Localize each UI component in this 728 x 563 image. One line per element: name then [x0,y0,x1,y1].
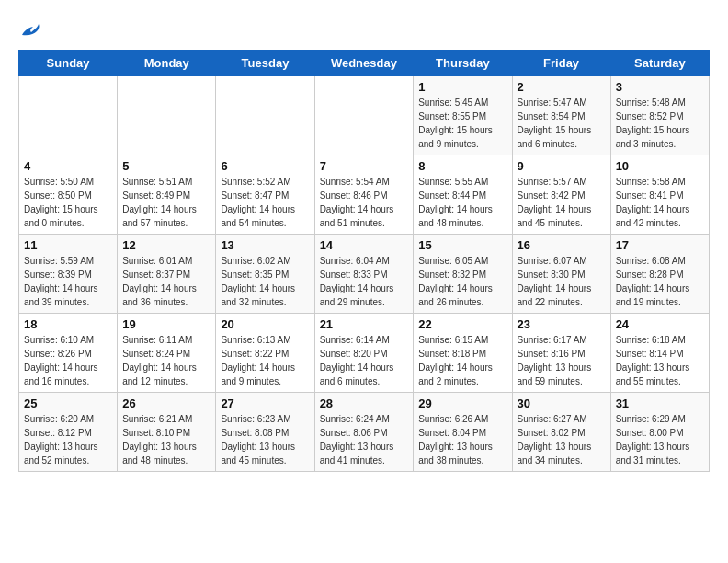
day-header-wednesday: Wednesday [314,51,414,76]
day-info: Sunrise: 5:48 AMSunset: 8:52 PMDaylight:… [616,96,704,151]
sunset-text: Sunset: 8:14 PM [616,349,684,359]
sunrise-text: Sunrise: 6:05 AM [418,256,488,266]
daylight-text: and 36 minutes. [122,297,188,307]
day-info: Sunrise: 5:55 AMSunset: 8:44 PMDaylight:… [418,175,506,230]
day-info: Sunrise: 6:05 AMSunset: 8:32 PMDaylight:… [418,254,506,309]
daylight-text: Daylight: 14 hours [616,204,690,214]
daylight-text: Daylight: 15 hours [24,204,98,214]
day-info: Sunrise: 6:26 AMSunset: 8:04 PMDaylight:… [418,412,506,467]
daylight-text: Daylight: 14 hours [518,204,592,214]
bird-icon [20,22,40,39]
calendar-cell: 6Sunrise: 5:52 AMSunset: 8:47 PMDaylight… [216,155,314,235]
daylight-text: Daylight: 14 hours [616,283,690,293]
day-number: 8 [418,159,506,173]
sunset-text: Sunset: 8:49 PM [122,190,190,201]
sunrise-text: Sunrise: 5:51 AM [122,177,192,187]
day-number: 19 [122,317,210,331]
day-number: 15 [418,238,506,252]
sunrise-text: Sunrise: 6:07 AM [518,256,587,266]
day-number: 28 [320,396,409,410]
calendar-cell: 29Sunrise: 6:26 AMSunset: 8:04 PMDayligh… [414,393,512,472]
day-info: Sunrise: 6:29 AMSunset: 8:00 PMDaylight:… [616,412,704,467]
day-number: 5 [122,159,210,173]
sunset-text: Sunset: 8:08 PM [221,428,289,438]
daylight-text: and 41 minutes. [320,455,385,465]
day-number: 4 [24,159,112,173]
day-info: Sunrise: 5:47 AMSunset: 8:54 PMDaylight:… [518,96,606,151]
sunset-text: Sunset: 8:18 PM [418,349,486,359]
day-info: Sunrise: 5:51 AMSunset: 8:49 PMDaylight:… [122,175,210,230]
daylight-text: Daylight: 15 hours [616,125,690,135]
calendar-cell: 14Sunrise: 6:04 AMSunset: 8:33 PMDayligh… [314,235,414,314]
sunset-text: Sunset: 8:10 PM [122,428,190,438]
daylight-text: Daylight: 15 hours [518,125,592,135]
daylight-text: and 9 minutes. [221,376,281,386]
sunset-text: Sunset: 8:20 PM [320,349,388,359]
daylight-text: and 55 minutes. [616,376,681,386]
day-number: 6 [221,159,309,173]
daylight-text: Daylight: 14 hours [320,283,394,293]
sunrise-text: Sunrise: 6:18 AM [616,335,686,345]
calendar-cell: 8Sunrise: 5:55 AMSunset: 8:44 PMDaylight… [414,155,512,235]
calendar-cell: 16Sunrise: 6:07 AMSunset: 8:30 PMDayligh… [512,235,610,314]
daylight-text: Daylight: 14 hours [418,362,493,373]
daylight-text: Daylight: 14 hours [221,204,295,214]
sunrise-text: Sunrise: 5:55 AM [418,177,488,187]
sunrise-text: Sunrise: 6:26 AM [418,414,488,424]
daylight-text: Daylight: 14 hours [418,204,493,214]
day-info: Sunrise: 5:59 AMSunset: 8:39 PMDaylight:… [24,254,112,309]
daylight-text: and 52 minutes. [24,455,89,465]
sunset-text: Sunset: 8:47 PM [221,190,289,201]
sunrise-text: Sunrise: 6:10 AM [24,335,94,345]
calendar-cell [118,76,216,155]
daylight-text: and 51 minutes. [320,218,385,228]
day-number: 20 [221,317,309,331]
sunset-text: Sunset: 8:02 PM [518,428,586,438]
day-number: 17 [616,238,704,252]
calendar-cell: 17Sunrise: 6:08 AMSunset: 8:28 PMDayligh… [610,235,709,314]
day-header-saturday: Saturday [610,51,709,76]
sunset-text: Sunset: 8:41 PM [616,190,684,201]
day-info: Sunrise: 5:50 AMSunset: 8:50 PMDaylight:… [24,175,112,230]
day-number: 14 [320,238,409,252]
day-number: 31 [616,396,704,410]
sunset-text: Sunset: 8:12 PM [24,428,92,438]
calendar-cell: 15Sunrise: 6:05 AMSunset: 8:32 PMDayligh… [414,235,512,314]
daylight-text: and 12 minutes. [122,376,188,386]
sunset-text: Sunset: 8:00 PM [616,428,684,438]
day-number: 11 [24,238,112,252]
sunset-text: Sunset: 8:52 PM [616,111,684,121]
daylight-text: and 45 minutes. [518,218,583,228]
daylight-text: Daylight: 15 hours [418,125,493,135]
day-number: 13 [221,238,309,252]
sunset-text: Sunset: 8:16 PM [518,349,586,359]
day-info: Sunrise: 6:15 AMSunset: 8:18 PMDaylight:… [418,333,506,388]
day-number: 29 [418,396,506,410]
sunrise-text: Sunrise: 5:47 AM [518,98,587,108]
sunrise-text: Sunrise: 5:57 AM [518,177,587,187]
sunset-text: Sunset: 8:04 PM [418,428,486,438]
day-number: 1 [418,80,506,94]
daylight-text: Daylight: 13 hours [518,362,592,373]
day-info: Sunrise: 6:20 AMSunset: 8:12 PMDaylight:… [24,412,112,467]
sunrise-text: Sunrise: 6:13 AM [221,335,290,345]
calendar-cell: 1Sunrise: 5:45 AMSunset: 8:55 PMDaylight… [414,76,512,155]
calendar-cell: 25Sunrise: 6:20 AMSunset: 8:12 PMDayligh… [19,393,118,472]
calendar-cell: 27Sunrise: 6:23 AMSunset: 8:08 PMDayligh… [216,393,314,472]
day-number: 30 [518,396,606,410]
day-info: Sunrise: 6:04 AMSunset: 8:33 PMDaylight:… [320,254,409,309]
daylight-text: Daylight: 14 hours [24,362,98,373]
calendar-cell: 2Sunrise: 5:47 AMSunset: 8:54 PMDaylight… [512,76,610,155]
calendar-cell: 7Sunrise: 5:54 AMSunset: 8:46 PMDaylight… [314,155,414,235]
day-header-sunday: Sunday [19,51,118,76]
sunrise-text: Sunrise: 5:52 AM [221,177,290,187]
daylight-text: Daylight: 13 hours [320,442,394,452]
daylight-text: Daylight: 14 hours [221,362,295,373]
daylight-text: and 9 minutes. [418,139,479,149]
day-number: 9 [518,159,606,173]
daylight-text: Daylight: 14 hours [320,362,394,373]
day-header-friday: Friday [512,51,610,76]
sunset-text: Sunset: 8:54 PM [518,111,586,121]
day-number: 27 [221,396,309,410]
daylight-text: and 19 minutes. [616,297,681,307]
